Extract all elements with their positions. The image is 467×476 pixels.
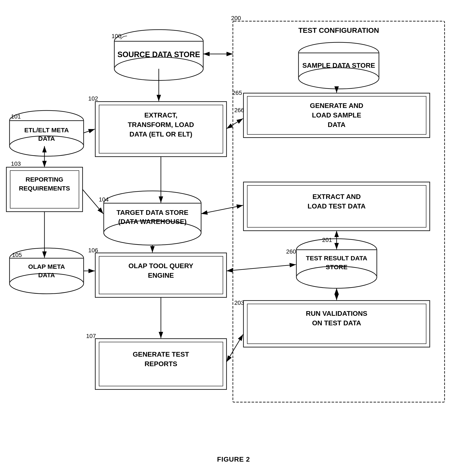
gen-test-reports-label1: GENERATE TEST	[133, 350, 189, 358]
ref-203: 203	[234, 299, 244, 306]
run-validations-label1: RUN VALIDATIONS	[306, 310, 367, 317]
reporting-req-label1: REPORTING	[26, 176, 63, 183]
etl-meta-label: ETL/ELT META	[24, 127, 69, 134]
ref-101: 101	[11, 113, 21, 120]
olap-query-label2: ENGINE	[148, 271, 174, 279]
source-data-store-label: SOURCE DATA STORE	[117, 50, 200, 59]
figure-caption: FIGURE 2	[217, 455, 250, 463]
target-ds-label2: (DATA WAREHOUSE)	[118, 218, 187, 225]
ref-104: 104	[99, 196, 109, 203]
generate-load-sample-label3: DATA	[328, 121, 346, 129]
run-validations-label2: ON TEST DATA	[312, 319, 361, 327]
ref-200: 200	[231, 15, 241, 21]
generate-load-sample-label2: LOAD SAMPLE	[312, 111, 361, 119]
ref-266: 266	[234, 107, 244, 114]
etl-meta-label2: DATA	[38, 135, 55, 142]
extract-load-test-label2: LOAD TEST DATA	[308, 202, 366, 210]
test-result-ds-label1: TEST RESULT DATA	[306, 255, 367, 262]
svg-point-14	[298, 68, 379, 89]
ref-103: 103	[11, 160, 21, 167]
test-result-ds-label2: STORE	[326, 263, 348, 270]
ref-102: 102	[88, 95, 98, 102]
etl-box-label2: TRANSFORM, LOAD	[128, 121, 194, 129]
olap-meta-label1: OLAP META	[28, 263, 65, 270]
svg-line-64	[84, 129, 95, 133]
etl-box-label3: DATA (ETL OR ELT)	[130, 130, 193, 138]
ref-105: 105	[12, 252, 22, 258]
test-configuration-label: TEST CONFIGURATION	[298, 26, 379, 34]
ref-201: 201	[322, 237, 332, 243]
ref-100: 100	[112, 33, 121, 39]
ref-106: 106	[88, 247, 98, 254]
target-ds-label1: TARGET DATA STORE	[117, 209, 188, 216]
ref-265: 265	[232, 90, 242, 96]
olap-query-label1: OLAP TOOL QUERY	[129, 262, 193, 270]
diagram-container: SOURCE DATA STORE 100 TEST CONFIGURATION…	[0, 0, 467, 476]
etl-box-label1: EXTRACT,	[144, 111, 177, 119]
generate-load-sample-label: GENERATE AND	[310, 102, 363, 109]
olap-meta-label2: DATA	[38, 271, 55, 279]
extract-load-test-label1: EXTRACT AND	[312, 193, 361, 200]
ref-107: 107	[86, 333, 96, 339]
reporting-req-label2: REQUIREMENTS	[19, 185, 70, 192]
sample-data-store-label: SAMPLE DATA STORE	[302, 62, 375, 69]
ref-260: 260	[286, 248, 296, 255]
gen-test-reports-label2: REPORTS	[144, 360, 177, 368]
